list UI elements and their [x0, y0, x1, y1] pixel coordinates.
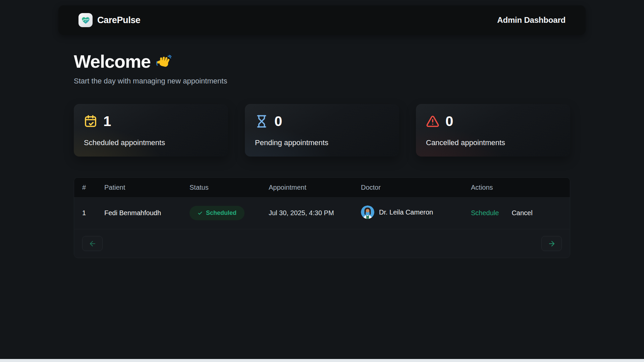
- pagination-prev-button[interactable]: [82, 236, 103, 251]
- patient-name: Fedi Benmahfoudh: [104, 197, 190, 229]
- cancelled-label: Cancelled appointments: [426, 138, 560, 147]
- brand-logo-link[interactable]: CarePulse: [78, 13, 140, 27]
- welcome-section: Welcome: [74, 52, 570, 85]
- doctor-avatar: [361, 205, 374, 219]
- stat-card-pending: 0 Pending appointments: [245, 104, 399, 157]
- column-doctor: Doctor: [361, 178, 471, 197]
- main-content: Welcome: [74, 52, 570, 258]
- table-header-row: # Patient Status Appointment Doctor Acti…: [74, 178, 570, 197]
- doctor-cell: Dr. Leila Cameron: [361, 205, 433, 219]
- brand-name: CarePulse: [97, 15, 140, 25]
- admin-dashboard-page: { "header": { "brand": "CarePulse", "tit…: [0, 0, 644, 362]
- scheduled-count: 1: [103, 113, 111, 129]
- page-title-text: Welcome: [74, 52, 151, 71]
- column-appointment: Appointment: [269, 178, 361, 197]
- stat-cards-row: 1 Scheduled appointments 0 Pending appoi…: [74, 104, 570, 157]
- pending-count: 0: [274, 113, 282, 129]
- status-badge: Scheduled: [190, 206, 245, 220]
- stat-card-scheduled: 1 Scheduled appointments: [74, 104, 228, 157]
- column-status: Status: [190, 178, 269, 197]
- table-row: 1 Fedi Benmahfoudh Scheduled Jul 30, 202…: [74, 197, 570, 229]
- schedule-button[interactable]: Schedule: [471, 209, 499, 217]
- calendar-check-icon: [84, 115, 97, 128]
- status-badge-label: Scheduled: [206, 209, 236, 217]
- appointments-table: # Patient Status Appointment Doctor Acti…: [74, 177, 570, 258]
- hourglass-icon: [255, 115, 268, 128]
- bottom-strip: [0, 359, 644, 362]
- column-actions: Actions: [471, 178, 570, 197]
- pagination-next-button[interactable]: [541, 236, 562, 251]
- table-pagination: [74, 229, 570, 258]
- page-title: Welcome: [74, 52, 570, 71]
- warning-triangle-icon: [426, 115, 439, 128]
- carepulse-logo-icon: [78, 13, 93, 27]
- wave-emoji-icon: [156, 55, 172, 70]
- doctor-name: Dr. Leila Cameron: [379, 208, 433, 216]
- appointment-datetime: Jul 30, 2025, 4:30 PM: [269, 197, 361, 229]
- stat-card-cancelled: 0 Cancelled appointments: [416, 104, 570, 157]
- check-icon: [198, 210, 203, 216]
- column-index: #: [74, 178, 104, 197]
- header-title: Admin Dashboard: [497, 15, 566, 25]
- app-header: CarePulse Admin Dashboard: [58, 5, 586, 35]
- arrow-right-icon: [548, 240, 556, 248]
- page-subtitle: Start the day with managing new appointm…: [74, 77, 570, 85]
- cancel-button[interactable]: Cancel: [512, 209, 532, 217]
- row-index: 1: [74, 197, 104, 229]
- column-patient: Patient: [104, 178, 190, 197]
- scheduled-label: Scheduled appointments: [84, 138, 218, 147]
- cancelled-count: 0: [445, 113, 453, 129]
- arrow-left-icon: [89, 240, 97, 248]
- pending-label: Pending appointments: [255, 138, 389, 147]
